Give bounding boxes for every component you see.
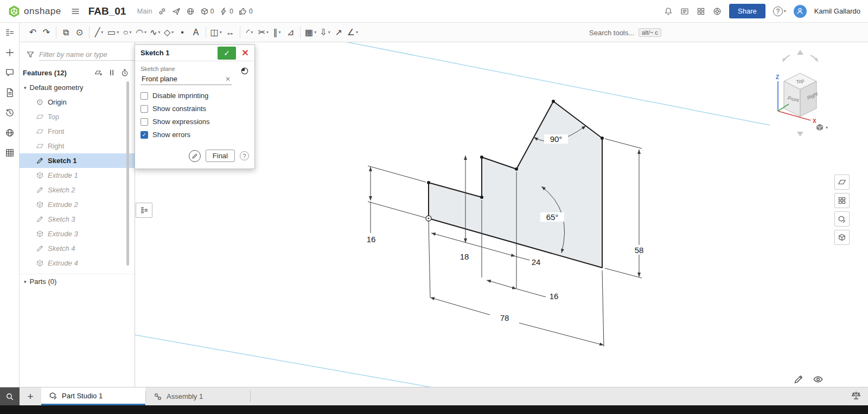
copy-tool[interactable]: ⧉ xyxy=(59,25,73,40)
publish-button[interactable] xyxy=(172,7,181,16)
feature-item-right[interactable]: Right xyxy=(20,139,135,153)
dialog-help-icon[interactable]: ? xyxy=(240,151,249,160)
rail-feature-list-button[interactable] xyxy=(5,28,15,40)
text-tool[interactable]: A xyxy=(189,25,203,40)
offset-tool[interactable]: ∥▾ xyxy=(270,25,284,40)
chevron-down-icon[interactable]: ▾ xyxy=(117,30,119,35)
support-button[interactable] xyxy=(713,7,722,16)
feature-item-extrude-4[interactable]: Extrude 4 xyxy=(20,256,135,270)
checkbox-disable-imprinting[interactable]: Disable imprinting xyxy=(141,92,249,100)
mass-properties-button[interactable] xyxy=(851,390,861,403)
point-tool[interactable]: • xyxy=(176,25,189,40)
avatar[interactable] xyxy=(794,5,807,18)
partial-pie-icon[interactable] xyxy=(240,67,249,75)
activity-count[interactable]: 0 xyxy=(219,7,233,16)
edit-sketch-icon[interactable] xyxy=(189,150,201,162)
redo-tool[interactable]: ↷ xyxy=(40,25,53,40)
trim-tool[interactable]: ✂▾ xyxy=(257,25,270,40)
rail-comments-button[interactable] xyxy=(5,68,15,80)
stopwatch-icon[interactable] xyxy=(120,68,129,77)
checkbox-show-expressions[interactable]: Show expressions xyxy=(141,118,249,126)
feature-item-sketch-1[interactable]: Sketch 1 xyxy=(20,153,135,168)
help-menu-button[interactable]: ? ▾ xyxy=(773,7,786,16)
spline-tool[interactable]: ∿▾ xyxy=(148,25,162,40)
checkbox-show-errors-box[interactable]: ✓ xyxy=(141,131,148,139)
polygon-tool[interactable]: ◇▾ xyxy=(162,25,176,40)
sketch-plane-field[interactable]: Front plane ✕ xyxy=(141,73,232,85)
chevron-down-icon[interactable]: ▾ xyxy=(251,30,253,35)
filter-input[interactable] xyxy=(39,49,135,61)
copy-link-button[interactable] xyxy=(158,7,167,16)
checkbox-disable-imprinting-box[interactable] xyxy=(141,92,148,100)
feature-item-front[interactable]: Front xyxy=(20,124,135,139)
chevron-down-icon[interactable]: ▾ xyxy=(129,30,131,35)
search-tools[interactable]: Search tools... alt/~ c xyxy=(589,26,661,39)
export-count[interactable]: 0 xyxy=(200,7,214,16)
line-tool[interactable]: ╱▾ xyxy=(92,25,106,40)
checkbox-show-constraints[interactable]: Show constraints xyxy=(141,105,249,113)
feature-item-extrude-2[interactable]: Extrude 2 xyxy=(20,197,135,212)
chevron-down-icon[interactable]: ▾ xyxy=(101,30,103,35)
configuration-panel-button[interactable] xyxy=(834,211,850,227)
rail-notes-button[interactable] xyxy=(5,88,15,100)
measure-tool[interactable]: ⊿ xyxy=(284,25,297,40)
transform-tool[interactable]: ↗ xyxy=(332,25,346,40)
chevron-down-icon[interactable]: ▾ xyxy=(158,30,161,35)
feature-item-top[interactable]: Top xyxy=(20,109,135,124)
branch-label[interactable]: Main xyxy=(137,7,152,15)
feature-item-origin[interactable]: Origin xyxy=(20,95,135,109)
sketch-settings-button[interactable] xyxy=(793,374,804,387)
new-plane-icon[interactable] xyxy=(94,68,103,77)
add-tab-button[interactable]: + xyxy=(20,387,41,405)
share-button[interactable]: Share xyxy=(729,4,765,18)
chevron-down-icon[interactable]: ▾ xyxy=(328,30,330,35)
su ppress-pause-icon[interactable] xyxy=(107,68,116,77)
filter-funnel-icon[interactable] xyxy=(26,50,35,59)
tab-assembly-1[interactable]: Assembly 1 xyxy=(146,387,250,405)
fillet-tool[interactable]: ◜▾ xyxy=(243,25,257,40)
checkbox-show-expressions-box[interactable] xyxy=(141,118,148,126)
sketch-region-tool[interactable]: ⊙ xyxy=(73,25,86,40)
final-button[interactable]: Final xyxy=(206,150,235,162)
feature-item-extrude-3[interactable]: Extrude 3 xyxy=(20,227,135,241)
dimension-tool[interactable]: ↔ xyxy=(224,25,237,40)
chevron-down-icon[interactable]: ▾ xyxy=(266,30,269,35)
import-dxf-tool[interactable]: ⇩▾ xyxy=(318,25,331,40)
appearance-panel-button[interactable] xyxy=(834,193,850,208)
feature-panel-scrollbar[interactable] xyxy=(126,81,129,266)
chevron-down-icon[interactable]: ▾ xyxy=(279,30,281,35)
likes-count[interactable]: 0 xyxy=(239,7,253,16)
rail-history-button[interactable] xyxy=(5,108,15,120)
rectangle-tool[interactable]: ▭▾ xyxy=(106,25,120,40)
view-settings-button[interactable] xyxy=(813,374,824,387)
mirror-tool[interactable]: ◫▾ xyxy=(209,25,224,40)
notifications-button[interactable] xyxy=(664,7,673,16)
commit-button[interactable]: ✓ xyxy=(218,47,236,60)
custom-table-panel-button[interactable] xyxy=(834,230,850,245)
rail-insert-button[interactable] xyxy=(5,48,15,60)
feature-item-sketch-3[interactable]: Sketch 3 xyxy=(20,212,135,227)
cancel-button[interactable]: ✕ xyxy=(238,47,252,60)
feature-item-sketch-2[interactable]: Sketch 2 xyxy=(20,183,135,197)
arc-tool[interactable]: ◠▾ xyxy=(134,25,148,40)
checkbox-show-constraints-box[interactable] xyxy=(141,105,148,113)
undo-tool[interactable]: ↶ xyxy=(26,25,40,40)
document-title[interactable]: FAB_01 xyxy=(88,5,126,17)
feature-item-default-geometry[interactable]: ▾Default geometry xyxy=(20,80,135,95)
main-menu-button[interactable] xyxy=(71,7,80,16)
feature-list-flyout-button[interactable] xyxy=(136,203,152,218)
clear-selection-icon[interactable]: ✕ xyxy=(225,75,231,83)
feature-item-sketch-4[interactable]: Sketch 4 xyxy=(20,241,135,256)
checkbox-show-errors[interactable]: ✓Show errors xyxy=(141,131,249,139)
constraint-tool[interactable]: ∠▾ xyxy=(346,25,360,40)
whats-new-button[interactable] xyxy=(680,7,689,16)
feature-item-extrude-1[interactable]: Extrude 1 xyxy=(20,168,135,183)
chevron-down-icon[interactable]: ▾ xyxy=(314,30,316,35)
search-tabs-button[interactable] xyxy=(0,387,20,405)
display-panel-button[interactable] xyxy=(834,174,850,190)
chevron-down-icon[interactable]: ▾ xyxy=(171,30,174,35)
circle-tool[interactable]: ○▾ xyxy=(120,25,134,40)
user-name[interactable]: Kamil Gallardo xyxy=(814,7,860,15)
pattern-tool[interactable]: ▦▾ xyxy=(303,25,318,40)
chevron-down-icon[interactable]: ▾ xyxy=(144,30,146,35)
